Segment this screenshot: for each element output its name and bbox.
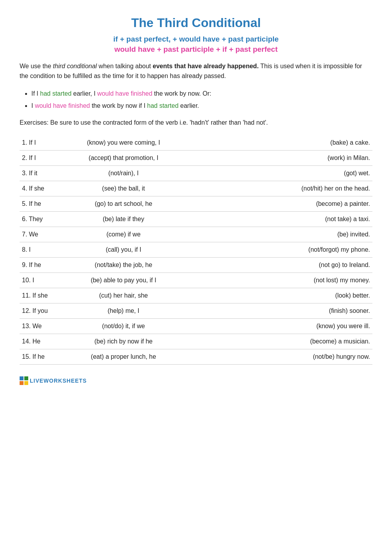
- page-title: The Third Conditional: [20, 16, 372, 30]
- logo-sq-green: [24, 376, 28, 380]
- exercise-num: 5. If he: [20, 196, 55, 211]
- table-row: 2. If I(accept) that promotion, I(work) …: [20, 150, 372, 165]
- bullet1-post: the work by now. Or:: [152, 90, 211, 97]
- exercise-right: (not/hit) her on the head.: [192, 181, 372, 196]
- intro-text-part2: when talking about: [97, 63, 152, 69]
- bullet2-green: had started: [147, 102, 178, 109]
- table-row: 15. If he(eat) a proper lunch, he(not/be…: [20, 349, 372, 364]
- table-row: 13. We(not/do) it, if we(know) you were …: [20, 318, 372, 334]
- bullet1-mid: earlier, I: [71, 90, 97, 97]
- intro-bold: events that have already happened.: [153, 63, 259, 69]
- exercise-right: (become) a painter.: [192, 196, 372, 211]
- exercise-mid: (come) if we: [55, 227, 192, 242]
- bullet1-pre: If I: [31, 90, 40, 97]
- exercise-num: 4. If she: [20, 181, 55, 196]
- bullet1-green: had started: [40, 90, 71, 97]
- exercise-right: (know) you were ill.: [192, 318, 372, 334]
- exercises-table: 1. If I(know) you were coming, I(bake) a…: [20, 135, 372, 365]
- exercise-num: 2. If I: [20, 150, 55, 165]
- exercise-right: (look) better.: [192, 288, 372, 303]
- exercise-num: 8. I: [20, 242, 55, 257]
- intro-paragraph: We use the third conditional when talkin…: [20, 62, 372, 81]
- bullet2-post: earlier.: [178, 102, 199, 109]
- exercise-mid: (not/take) the job, he: [55, 257, 192, 272]
- exercise-num: 1. If I: [20, 135, 55, 151]
- intro-text-part1: We use the: [20, 63, 53, 69]
- bullet2-mid: the work by now if I: [90, 102, 147, 109]
- table-row: 5. If he(go) to art school, he(become) a…: [20, 196, 372, 211]
- footer-brand: LIVEWORKSHEETS: [30, 378, 87, 384]
- exercise-right: (got) wet.: [192, 165, 372, 181]
- exercise-mid: (help) me, I: [55, 303, 192, 318]
- intro-italic: third conditional: [53, 63, 97, 69]
- table-row: 12. If you(help) me, I(finish) sooner.: [20, 303, 372, 318]
- exercise-num: 6. They: [20, 211, 55, 227]
- exercise-mid: (see) the ball, it: [55, 181, 192, 196]
- bullet-list: If I had started earlier, I would have f…: [31, 88, 372, 111]
- exercise-right: (not take) a taxi.: [192, 211, 372, 227]
- exercise-num: 10. I: [20, 272, 55, 288]
- bullet2-pre: I: [31, 102, 35, 109]
- exercise-mid: (go) to art school, he: [55, 196, 192, 211]
- exercise-right: (work) in Milan.: [192, 150, 372, 165]
- exercise-num: 9. If he: [20, 257, 55, 272]
- table-row: 10. I(be) able to pay you, if I(not lost…: [20, 272, 372, 288]
- footer: LIVEWORKSHEETS: [20, 376, 372, 385]
- logo-sq-blue: [20, 376, 24, 380]
- exercise-right: (not/be) hungry now.: [192, 349, 372, 364]
- exercise-num: 7. We: [20, 227, 55, 242]
- table-row: 4. If she(see) the ball, it(not/hit) her…: [20, 181, 372, 196]
- exercise-right: (not go) to Ireland.: [192, 257, 372, 272]
- exercise-mid: (not/do) it, if we: [55, 318, 192, 334]
- exercise-mid: (not/rain), I: [55, 165, 192, 181]
- exercises-intro: Exercises: Be sure to use the contracted…: [20, 118, 372, 127]
- table-row: 14. He(be) rich by now if he(become) a m…: [20, 334, 372, 349]
- table-row: 7. We(come) if we(be) invited.: [20, 227, 372, 242]
- exercise-mid: (cut) her hair, she: [55, 288, 192, 303]
- bullet-item-2: I would have finished the work by now if…: [31, 100, 372, 111]
- logo-squares: [20, 376, 28, 385]
- exercise-right: (be) invited.: [192, 227, 372, 242]
- exercise-right: (become) a musician.: [192, 334, 372, 349]
- exercise-num: 13. We: [20, 318, 55, 334]
- exercise-mid: (accept) that promotion, I: [55, 150, 192, 165]
- exercise-right: (not/forgot) my phone.: [192, 242, 372, 257]
- logo-sq-yellow: [24, 381, 28, 385]
- exercise-mid: (eat) a proper lunch, he: [55, 349, 192, 364]
- exercise-mid: (call) you, if I: [55, 242, 192, 257]
- table-row: 1. If I(know) you were coming, I(bake) a…: [20, 135, 372, 151]
- exercise-mid: (be) rich by now if he: [55, 334, 192, 349]
- exercise-mid: (be) able to pay you, if I: [55, 272, 192, 288]
- exercise-mid: (know) you were coming, I: [55, 135, 192, 151]
- footer-logo: LIVEWORKSHEETS: [20, 376, 87, 385]
- exercise-num: 3. If it: [20, 165, 55, 181]
- bullet-item-1: If I had started earlier, I would have f…: [31, 88, 372, 99]
- table-row: 11. If she(cut) her hair, she(look) bett…: [20, 288, 372, 303]
- exercise-num: 14. He: [20, 334, 55, 349]
- bullet2-pink: would have finished: [35, 102, 90, 109]
- bullet1-pink: would have finished: [97, 90, 152, 97]
- table-row: 8. I(call) you, if I(not/forgot) my phon…: [20, 242, 372, 257]
- exercise-right: (not lost) my money.: [192, 272, 372, 288]
- table-row: 6. They(be) late if they(not take) a tax…: [20, 211, 372, 227]
- exercise-mid: (be) late if they: [55, 211, 192, 227]
- exercise-right: (finish) sooner.: [192, 303, 372, 318]
- formula-line2: would have + past participle + if + past…: [20, 45, 372, 54]
- exercise-num: 12. If you: [20, 303, 55, 318]
- table-row: 9. If he(not/take) the job, he(not go) t…: [20, 257, 372, 272]
- logo-sq-orange: [20, 381, 24, 385]
- exercise-num: 11. If she: [20, 288, 55, 303]
- formula-line1: if + past perfect, + would have + past p…: [20, 35, 372, 44]
- table-row: 3. If it(not/rain), I(got) wet.: [20, 165, 372, 181]
- exercise-num: 15. If he: [20, 349, 55, 364]
- exercise-right: (bake) a cake.: [192, 135, 372, 151]
